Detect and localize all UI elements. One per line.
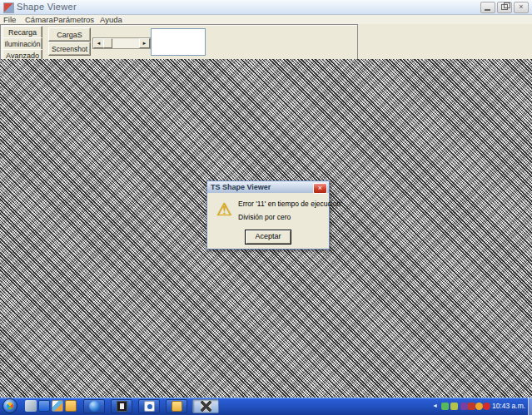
- warning-icon: ⚠: [216, 200, 232, 220]
- tray-icon-red[interactable]: [468, 403, 475, 410]
- restore-icon: [501, 4, 508, 10]
- aceptar-button[interactable]: Aceptar: [245, 230, 291, 245]
- quick-launch-pictures-icon[interactable]: [52, 400, 63, 412]
- menu-ayuda[interactable]: Ayuda: [98, 15, 124, 24]
- folder-icon: [172, 401, 182, 412]
- menu-file[interactable]: File: [2, 15, 17, 24]
- error-message-line2: División por cero: [238, 213, 291, 221]
- show-desktop-button[interactable]: [528, 398, 532, 415]
- close-button[interactable]: ×: [514, 2, 529, 13]
- zoom-scrollbar[interactable]: ◄ ►: [92, 37, 151, 49]
- minimize-button[interactable]: [480, 2, 495, 13]
- app2-icon: [117, 401, 127, 412]
- tray-icon-green[interactable]: [441, 403, 449, 410]
- menubar: File Cámara Parámetros Ayuda: [0, 15, 532, 24]
- tray-icon-olive[interactable]: [450, 403, 458, 410]
- shape-viewer-icon: [201, 401, 211, 412]
- menu-camera[interactable]: Cámara: [23, 15, 55, 24]
- tray-icon-purple[interactable]: [460, 403, 468, 410]
- quick-launch-media-icon[interactable]: [38, 400, 50, 412]
- start-button[interactable]: [2, 398, 17, 413]
- dialog-titlebar: TS Shape Viewer ×: [207, 181, 329, 193]
- app-icon: [3, 2, 14, 13]
- tray-icon-orange[interactable]: [475, 403, 483, 410]
- taskbar-button-browser[interactable]: [83, 399, 105, 413]
- minimize-icon: [485, 9, 490, 11]
- taskbar-button-shape-viewer[interactable]: [192, 399, 219, 413]
- toolbar-panel: Recarga Iluminación Avanzado CargaS Scre…: [0, 24, 358, 61]
- error-message-line1: Error '11' en tiempo de ejecución:: [238, 200, 342, 208]
- window-controls: ×: [480, 2, 529, 13]
- screenshot-button[interactable]: Screenshot: [48, 42, 91, 56]
- taskbar-button-app2[interactable]: [111, 399, 132, 413]
- browser-icon: [89, 401, 100, 412]
- scroll-right-arrow-icon[interactable]: ►: [139, 38, 150, 48]
- error-dialog: TS Shape Viewer × ⚠ Error '11' en tiempo…: [206, 180, 330, 249]
- restore-button[interactable]: [497, 2, 512, 13]
- dialog-body: ⚠ Error '11' en tiempo de ejecución: Div…: [207, 193, 329, 249]
- window-titlebar: Shape Viewer ×: [0, 0, 532, 15]
- shape-list-box[interactable]: [151, 28, 206, 56]
- quick-launch-launcher-icon[interactable]: [25, 400, 37, 412]
- taskbar-clock[interactable]: 10:43 a.m.: [490, 402, 527, 410]
- menu-parametros[interactable]: Parámetros: [52, 15, 96, 24]
- quick-launch-folder-icon[interactable]: [65, 400, 77, 412]
- windows-logo-icon: [5, 401, 14, 410]
- tray-icon-alert[interactable]: [483, 403, 490, 410]
- scrollbar-thumb[interactable]: [103, 38, 112, 48]
- window-title: Shape Viewer: [17, 2, 77, 12]
- taskbar-button-folder[interactable]: [166, 399, 187, 413]
- taskbar: ◄ 10:43 a.m.: [0, 398, 532, 415]
- tray-chevron-icon[interactable]: ◄: [432, 403, 438, 408]
- document-icon: [144, 401, 155, 412]
- dialog-title: TS Shape Viewer: [207, 183, 271, 191]
- taskbar-button-document[interactable]: [138, 399, 160, 413]
- carga-button[interactable]: CargaS: [48, 27, 91, 42]
- desktop-screen: Shape Viewer × File Cámara Parámetros Ay…: [0, 0, 532, 415]
